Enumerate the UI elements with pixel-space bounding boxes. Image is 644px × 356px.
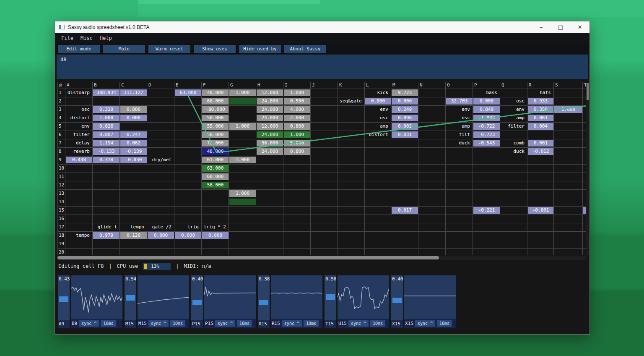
cell-G9[interactable]: 1.000 bbox=[229, 157, 256, 163]
cell-T15[interactable] bbox=[583, 207, 586, 214]
column-header-Q[interactable]: Q bbox=[501, 82, 504, 88]
cell-O4[interactable]: osc bbox=[446, 115, 473, 121]
cell-F3[interactable]: -80.000 bbox=[202, 106, 229, 113]
ms-button[interactable]: 10ms bbox=[101, 320, 116, 327]
cell-B6[interactable]: 0.807 bbox=[93, 131, 119, 138]
cell-B18[interactable]: 0.979 bbox=[93, 232, 119, 239]
mod-slider-M15[interactable]: 0.54M15 bbox=[125, 275, 136, 328]
sync-button[interactable]: sync ^ bbox=[148, 320, 169, 327]
cell-Q4[interactable]: amp bbox=[501, 115, 527, 121]
cell-P7[interactable]: -0.543 bbox=[473, 140, 500, 147]
horizontal-scrollbar-thumb[interactable] bbox=[57, 256, 439, 259]
column-header-J[interactable]: J bbox=[312, 82, 315, 88]
cell-H1[interactable]: 12.000 bbox=[257, 89, 283, 96]
row-header-5[interactable]: 5 bbox=[59, 122, 62, 131]
column-header-K[interactable]: K bbox=[339, 82, 342, 88]
cell-F18[interactable]: 0.000 bbox=[202, 232, 229, 239]
sync-button[interactable]: sync ^ bbox=[282, 320, 302, 327]
cell-F7[interactable]: 72.000 bbox=[202, 140, 229, 147]
row-header-18[interactable]: 18 bbox=[59, 231, 64, 240]
cell-C3[interactable]: 0.800 bbox=[120, 106, 147, 113]
cell-H6[interactable]: 24.000 bbox=[257, 131, 283, 138]
cell-B5[interactable]: 0.826 bbox=[93, 123, 119, 130]
cell-C9[interactable]: -0.030 bbox=[120, 157, 147, 163]
cell-A5[interactable]: env bbox=[66, 123, 92, 130]
cell-P4[interactable]: -1.000 bbox=[473, 115, 500, 121]
cell-F6[interactable]: 58.000 bbox=[202, 131, 229, 138]
cell-E17[interactable]: trig bbox=[175, 224, 201, 230]
cell-M1[interactable]: 9.723 bbox=[392, 89, 418, 96]
cell-H7[interactable]: 36.000 bbox=[257, 140, 283, 147]
menu-item-file[interactable]: File bbox=[61, 35, 73, 41]
about-sassy-button[interactable]: About Sassy bbox=[284, 45, 326, 53]
cell-R1[interactable]: hats bbox=[528, 89, 553, 96]
row-header-8[interactable]: 8 bbox=[59, 147, 62, 156]
slider-handle[interactable] bbox=[326, 294, 335, 300]
cell-L1[interactable]: kick bbox=[365, 89, 391, 96]
cell-H4[interactable]: 24.000 bbox=[257, 115, 283, 121]
mod-slider-R15[interactable]: 0.38R15 bbox=[258, 275, 270, 328]
cell-A4[interactable]: distort bbox=[66, 115, 92, 121]
show-uses-button[interactable]: Show uses bbox=[194, 45, 236, 53]
cell-F5[interactable]: 55.000 bbox=[202, 123, 229, 130]
cell-O2[interactable]: 32.703 bbox=[446, 98, 473, 105]
cell-F17[interactable]: trig * 2 bbox=[202, 224, 229, 230]
cell-L2[interactable]: 0.000 bbox=[365, 98, 391, 105]
cell-Q2[interactable]: osc bbox=[501, 98, 527, 105]
cell-M4[interactable]: 0.096 bbox=[392, 115, 418, 121]
slider-handle[interactable] bbox=[192, 300, 202, 305]
column-header-@[interactable]: @ bbox=[59, 82, 62, 88]
cell-F11[interactable]: 60.000 bbox=[202, 173, 229, 180]
column-header-R[interactable]: R bbox=[529, 82, 532, 88]
column-header-G[interactable]: G bbox=[230, 82, 233, 88]
cell-O5[interactable]: amp bbox=[446, 123, 473, 130]
cell-A3[interactable]: osc bbox=[66, 106, 92, 113]
cell-A8[interactable]: reverb bbox=[66, 148, 92, 155]
column-header-C[interactable]: C bbox=[121, 82, 124, 88]
cell-M3[interactable]: 0.249 bbox=[392, 106, 418, 113]
cell-Q3[interactable]: env bbox=[501, 106, 527, 113]
slider-handle[interactable] bbox=[126, 295, 135, 301]
row-header-9[interactable]: 9 bbox=[59, 156, 62, 164]
cell-B9[interactable]: 0.318 bbox=[93, 157, 119, 163]
row-header-13[interactable]: 13 bbox=[59, 189, 64, 198]
cell-C17[interactable]: tempo bbox=[120, 224, 147, 230]
cell-A7[interactable]: delay bbox=[66, 140, 92, 147]
cell-C1[interactable]: 311.127 bbox=[120, 89, 147, 96]
column-header-I[interactable]: I bbox=[285, 82, 288, 88]
row-header-6[interactable]: 6 bbox=[59, 131, 62, 139]
cell-I8[interactable]: 0.800 bbox=[284, 148, 310, 155]
row-header-11[interactable]: 11 bbox=[59, 173, 64, 181]
cell-S3[interactable]: 1.000 bbox=[554, 106, 582, 113]
cell-Q8[interactable]: duck bbox=[501, 148, 527, 155]
cell-I7[interactable]: 5.000 bbox=[284, 140, 310, 147]
cell-C18[interactable]: 0.120 bbox=[120, 232, 147, 239]
sync-button[interactable]: sync ^ bbox=[415, 320, 435, 327]
horizontal-scrollbar[interactable] bbox=[57, 256, 586, 260]
cell-R7[interactable]: 0.001 bbox=[528, 140, 553, 147]
column-header-H[interactable]: H bbox=[257, 82, 260, 88]
cell-P2[interactable]: 0.000 bbox=[473, 98, 500, 105]
row-header-19[interactable]: 19 bbox=[59, 240, 64, 248]
sync-button[interactable]: sync ^ bbox=[215, 320, 235, 327]
cell-D9[interactable]: dry/wet bbox=[148, 157, 174, 163]
row-header-4[interactable]: 4 bbox=[59, 114, 62, 122]
cell-G5[interactable]: 1.000 bbox=[229, 123, 256, 130]
cell-F1[interactable]: 48.000 bbox=[202, 89, 229, 96]
cell-C4[interactable]: 0.008 bbox=[120, 115, 147, 121]
cell-A9[interactable]: 0.438 bbox=[66, 157, 92, 163]
cell-L3[interactable]: env bbox=[365, 106, 391, 113]
mod-slider-X15[interactable]: 0.40X15 bbox=[391, 275, 403, 328]
cell-H8[interactable]: 24.000 bbox=[257, 148, 283, 155]
row-header-3[interactable]: 3 bbox=[59, 105, 62, 114]
vertical-scrollbar-thumb[interactable] bbox=[587, 83, 589, 100]
cell-O3[interactable]: env bbox=[446, 106, 473, 113]
cell-P6[interactable]: -0.723 bbox=[473, 131, 500, 138]
row-header-15[interactable]: 15 bbox=[59, 206, 64, 215]
cell-B4[interactable]: 1.000 bbox=[93, 115, 119, 121]
cell-G1[interactable]: 1.000 bbox=[229, 89, 256, 96]
cell-K2[interactable]: seq&gate bbox=[338, 98, 364, 105]
cell-F8[interactable]: 48.000 bbox=[202, 148, 229, 155]
cell-L6[interactable]: distort bbox=[365, 131, 391, 138]
column-header-P[interactable]: P bbox=[474, 82, 477, 88]
